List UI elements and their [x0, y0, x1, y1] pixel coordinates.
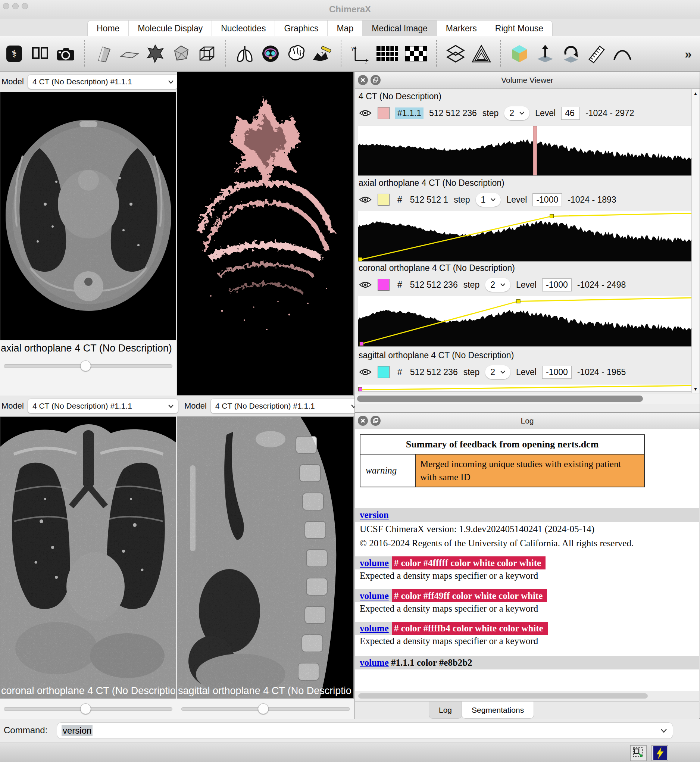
slider-handle[interactable] [258, 703, 269, 714]
tab-right-mouse[interactable]: Right Mouse [486, 20, 552, 36]
tab-markers[interactable]: Markers [437, 20, 486, 36]
intensity-histogram-clipped[interactable] [358, 384, 692, 392]
command-input[interactable]: version [57, 723, 673, 739]
sagittal-slice-slider[interactable] [178, 703, 354, 714]
volume-viewer-vertical-scrollbar[interactable]: ▲ ▼ [691, 89, 699, 393]
level-input[interactable]: 46 [561, 107, 580, 120]
command-echo-error: volume# color #4fffff color white color … [355, 558, 699, 568]
level-input[interactable]: -1000 [542, 278, 572, 292]
tab-graphics[interactable]: Graphics [275, 20, 328, 36]
scrollbar-thumb[interactable] [357, 395, 643, 402]
scroll-down-arrow[interactable]: ▼ [692, 386, 699, 392]
scrollbar-thumb[interactable] [358, 693, 648, 698]
sagittal-viewport[interactable]: sagittal orthoplane 4 CT (No Description… [177, 417, 354, 698]
level-input[interactable]: -1000 [533, 193, 562, 206]
tab-medical-image[interactable]: Medical Image [362, 20, 437, 36]
medical-image-icon[interactable]: ⚕ [4, 43, 25, 64]
step-select[interactable]: 2 [485, 365, 511, 379]
axial-slice-slider[interactable] [0, 360, 176, 371]
volume-command-link[interactable]: volume [360, 657, 389, 668]
sagittal-caption: sagittal orthoplane 4 CT (No Description… [178, 685, 352, 697]
command-history-chevron-icon[interactable] [661, 729, 667, 733]
tab-home[interactable]: Home [88, 20, 129, 36]
curve-smooth-icon[interactable] [612, 43, 633, 64]
command-echo-bar: version [355, 508, 699, 522]
color-swatch[interactable] [378, 194, 389, 206]
volume-command-link[interactable]: volume [360, 591, 389, 601]
volume-row-controls: # 512 512 1 step 1 Level -1000 -1024 - 1… [359, 190, 688, 209]
step-select[interactable]: 2 [485, 278, 511, 292]
visibility-eye-icon[interactable] [359, 367, 372, 377]
tab-segmentations[interactable]: Segmentations [462, 701, 534, 719]
visibility-eye-icon[interactable] [359, 195, 372, 205]
step-select[interactable]: 2 [504, 106, 530, 120]
toolbar-overflow-button[interactable]: » [685, 47, 696, 61]
volume-viewer-horizontal-scrollbar[interactable] [355, 394, 700, 404]
level-input[interactable]: -1000 [542, 366, 572, 379]
resize-selection-button[interactable] [630, 745, 647, 761]
checkerboard-icon[interactable] [404, 43, 428, 64]
crinkled-surface-icon[interactable] [145, 43, 166, 64]
volume-row-controls: #1.1.1 512 512 236 step 2 Level 46 -1024… [359, 104, 688, 122]
intensity-histogram[interactable] [358, 211, 692, 262]
volume-command-link[interactable]: volume [360, 558, 389, 568]
copyright-text: © 2016-2024 Regents of the University of… [360, 537, 688, 550]
airways-preset-icon[interactable] [312, 43, 333, 64]
box-outline-icon[interactable] [196, 43, 217, 64]
volume-command-link[interactable]: volume [360, 623, 389, 633]
tab-map[interactable]: Map [328, 20, 362, 36]
slider-handle[interactable] [80, 361, 91, 371]
axial-viewport[interactable] [0, 92, 176, 340]
step-label: step [463, 367, 480, 377]
coronal-slice-slider[interactable] [0, 703, 176, 714]
lightning-bolt-icon [653, 746, 667, 760]
color-cube-icon[interactable] [509, 43, 530, 64]
version-command-link[interactable]: version [360, 510, 389, 520]
move-up-icon[interactable] [535, 43, 556, 64]
tab-molecule-display[interactable]: Molecule Display [129, 20, 212, 36]
polyhedron-surface-icon[interactable] [170, 43, 191, 64]
tab-nucleotides[interactable]: Nucleotides [212, 20, 275, 36]
snapshot-camera-icon[interactable] [55, 43, 76, 64]
model-id-chip[interactable]: # [395, 367, 405, 378]
ruler-icon[interactable] [586, 43, 607, 64]
chest-ct-preset-icon[interactable] [260, 43, 281, 64]
sagittal-ct-image [177, 417, 354, 698]
color-swatch[interactable] [378, 107, 389, 119]
coronal-viewport[interactable]: coronal orthoplane 4 CT (No Description) [0, 417, 176, 698]
slab-icon[interactable] [119, 43, 140, 64]
visibility-eye-icon[interactable] [359, 108, 372, 118]
model-id-chip[interactable]: # [395, 279, 405, 291]
triangle-stack-icon[interactable] [471, 43, 492, 64]
volume-3d-viewport[interactable] [177, 72, 354, 395]
tile-windows-icon[interactable] [30, 43, 50, 64]
intensity-histogram[interactable] [358, 296, 692, 347]
chevron-down-icon [500, 370, 505, 373]
orient-axes-icon[interactable]: yx [350, 43, 370, 64]
command-bar: Command: version [0, 719, 700, 743]
brain-preset-icon[interactable] [286, 43, 307, 64]
step-select[interactable]: 1 [476, 193, 501, 207]
slider-handle[interactable] [80, 703, 91, 714]
visibility-eye-icon[interactable] [359, 280, 372, 290]
coronal-model-select[interactable]: 4 CT (No Description) #1.1.1 [28, 398, 178, 414]
axial-model-select[interactable]: 4 CT (No Description) #1.1.1 [28, 74, 178, 89]
model-id-chip[interactable]: #1.1.1 [395, 108, 423, 119]
color-swatch[interactable] [378, 366, 389, 378]
volume-row-title: coronal orthoplane 4 CT (No Description) [359, 263, 515, 273]
model-id-chip[interactable]: # [395, 194, 405, 206]
scroll-up-arrow[interactable]: ▲ [692, 91, 699, 96]
stacked-layers-icon[interactable] [445, 43, 466, 64]
lungs-icon[interactable] [234, 43, 255, 64]
model-label: Model [184, 401, 207, 411]
rotate-icon[interactable] [561, 43, 581, 64]
log-horizontal-scrollbar[interactable] [355, 691, 699, 701]
panel-title: Volume Viewer [355, 72, 700, 89]
sagittal-model-select[interactable]: 4 CT (No Description) #1.1.1 [211, 398, 361, 414]
plane-grid-icon[interactable] [375, 43, 399, 64]
clip-plane-icon[interactable] [93, 43, 114, 64]
intensity-histogram[interactable] [358, 125, 692, 176]
tab-log[interactable]: Log [429, 701, 462, 719]
color-swatch[interactable] [378, 279, 389, 291]
fast-mode-button[interactable] [652, 745, 668, 761]
